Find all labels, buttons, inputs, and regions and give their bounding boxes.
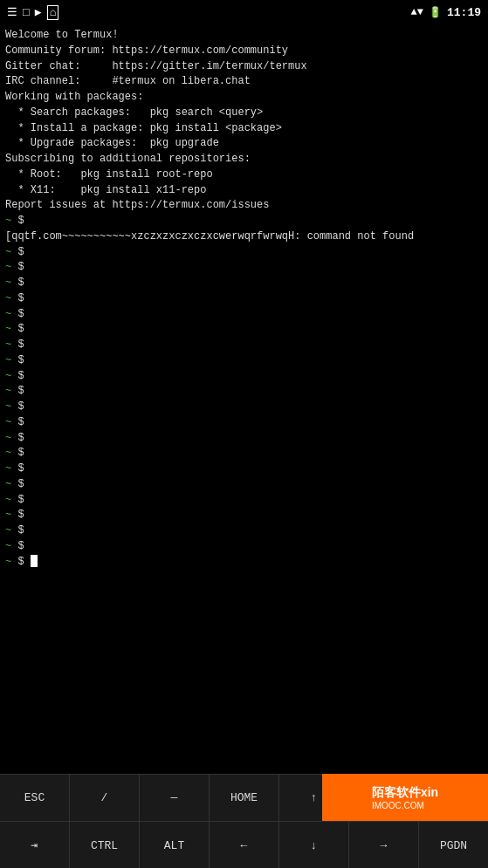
prompt-rest: $ (11, 478, 24, 490)
left-arrow-key[interactable]: ← (210, 822, 279, 868)
slash-key[interactable]: / (70, 775, 140, 821)
terminal-cursor (31, 555, 38, 567)
terminal-line: ~ $ (5, 307, 483, 323)
wifi-icon: ▲▼ (411, 6, 423, 18)
terminal-line: ~ $ (5, 477, 483, 493)
time-display: 11:19 (447, 6, 481, 19)
status-bar: ☰ □ ▶ ⌂ ▲▼ 🔋 11:19 (0, 0, 488, 24)
terminal-line: ~ $ (5, 214, 483, 229)
app-icon-1: ☰ (7, 5, 17, 19)
prompt-rest: $ (11, 370, 24, 382)
terminal-line: ~ $ (5, 245, 483, 261)
terminal-line: ~ $ (5, 338, 483, 353)
prompt-rest: $ (11, 338, 24, 351)
prompt-rest: $ (11, 292, 24, 304)
prompt-rest: $ (11, 400, 24, 413)
terminal-line: Gitter chat: https://gitter.im/termux/te… (5, 59, 483, 75)
terminal-line: ~ $ (5, 384, 483, 400)
prompt-rest: $ (11, 524, 24, 537)
prompt-rest: $ (11, 261, 24, 273)
terminal-line: ~ $ (5, 555, 483, 571)
alt-key[interactable]: ALT (140, 822, 210, 868)
terminal-output[interactable]: Welcome to Termux!Community forum: https… (0, 24, 488, 774)
watermark: 陌客软件xin IMOOC.COM (322, 774, 488, 821)
terminal-line: ~ $ (5, 461, 483, 477)
dash-key[interactable]: — (140, 775, 210, 821)
terminal-line: Subscribing to additional repositories: (5, 152, 483, 167)
watermark-bottom-text: IMOOC.COM (372, 801, 424, 810)
prompt-rest: $ (11, 494, 24, 506)
terminal-line: ~ $ (5, 260, 483, 276)
terminal-line: Working with packages: (5, 90, 483, 106)
terminal-line: ~ $ (5, 353, 483, 369)
prompt-rest: $ (11, 323, 24, 335)
terminal-line: * Upgrade packages: pkg upgrade (5, 136, 483, 152)
down-arrow-key[interactable]: ↓ (279, 822, 349, 868)
watermark-top-text: 陌客软件xin (372, 785, 438, 801)
terminal-line: ~ $ (5, 493, 483, 509)
terminal-line: * Install a package: pkg install <packag… (5, 121, 483, 137)
esc-key[interactable]: ESC (0, 775, 70, 821)
battery-icon: 🔋 (429, 6, 442, 19)
prompt-rest: $ (11, 416, 24, 428)
pgdn-key[interactable]: PGDN (419, 822, 488, 868)
terminal-line: IRC channel: #termux on libera.chat (5, 74, 483, 90)
terminal-line: ~ $ (5, 431, 483, 447)
app-icon-2: □ (23, 6, 30, 19)
tab-key[interactable]: ⇥ (0, 822, 70, 868)
prompt-rest: $ (11, 215, 24, 227)
ctrl-key[interactable]: CTRL (70, 822, 140, 868)
terminal-line: ~ $ (5, 276, 483, 291)
terminal-line: ~ $ (5, 322, 483, 338)
prompt-rest: $ (11, 385, 24, 397)
terminal-line: ~ $ (5, 508, 483, 523)
keyboard-row-2: ⇥CTRLALT←↓→PGDN (0, 822, 488, 868)
terminal-line: * Root: pkg install root-repo (5, 167, 483, 183)
terminal-line: ~ $ (5, 539, 483, 555)
terminal-line: Community forum: https://termux.com/comm… (5, 44, 483, 59)
prompt-rest: $ (11, 308, 24, 320)
terminal-line: Report issues at https://termux.com/issu… (5, 198, 483, 214)
right-arrow-key[interactable]: → (349, 822, 419, 868)
terminal-line: * X11: pkg install x11-repo (5, 183, 483, 199)
terminal-line: ~ $ (5, 523, 483, 539)
prompt-rest: $ (11, 462, 24, 475)
terminal-line: ~ $ (5, 291, 483, 307)
prompt-rest: $ (11, 509, 24, 521)
prompt-rest: $ (11, 540, 24, 552)
terminal-line: ~ $ (5, 369, 483, 385)
prompt-rest: $ (11, 277, 24, 289)
terminal-line: ~ $ (5, 400, 483, 415)
prompt-rest: $ (11, 447, 24, 459)
home-key[interactable]: HOME (210, 775, 279, 821)
prompt-rest: $ (11, 556, 24, 568)
terminal-line: * Search packages: pkg search <query> (5, 106, 483, 121)
status-left-icons: ☰ □ ▶ ⌂ (7, 5, 58, 20)
prompt-rest: $ (11, 246, 24, 258)
prompt-rest: $ (11, 432, 24, 444)
terminal-line: Welcome to Termux! (5, 28, 483, 44)
app-icon-4: ⌂ (47, 5, 59, 20)
terminal-line: ~ $ (5, 446, 483, 461)
prompt-rest: $ (11, 354, 24, 366)
status-right-area: ▲▼ 🔋 11:19 (411, 6, 481, 19)
terminal-line: [qqtf.com~~~~~~~~~~~xzczxzxczxczxcwerwqr… (5, 229, 483, 245)
terminal-line: ~ $ (5, 415, 483, 431)
app-icon-3: ▶ (35, 5, 42, 19)
